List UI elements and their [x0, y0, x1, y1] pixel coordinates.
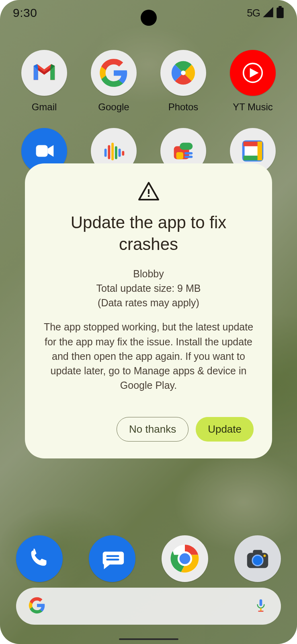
- dialog-size: Total update size: 9 MB: [43, 281, 254, 295]
- update-dialog: Update the app to fix crashes Blobby Tot…: [25, 163, 272, 458]
- svg-rect-33: [148, 189, 150, 194]
- update-button[interactable]: Update: [196, 417, 254, 442]
- svg-rect-34: [148, 195, 150, 197]
- dialog-body: The app stopped working, but the latest …: [43, 320, 254, 392]
- dialog-title: Update the app to fix crashes: [43, 212, 254, 255]
- nav-indicator[interactable]: [119, 638, 178, 640]
- dialog-subtext: Blobby Total update size: 9 MB (Data rat…: [43, 266, 254, 310]
- no-thanks-button[interactable]: No thanks: [117, 417, 188, 442]
- warning-icon: [43, 182, 254, 201]
- dialog-app-name: Blobby: [43, 266, 254, 281]
- dialog-data-rates: (Data rates may apply): [43, 295, 254, 310]
- dialog-actions: No thanks Update: [43, 417, 254, 442]
